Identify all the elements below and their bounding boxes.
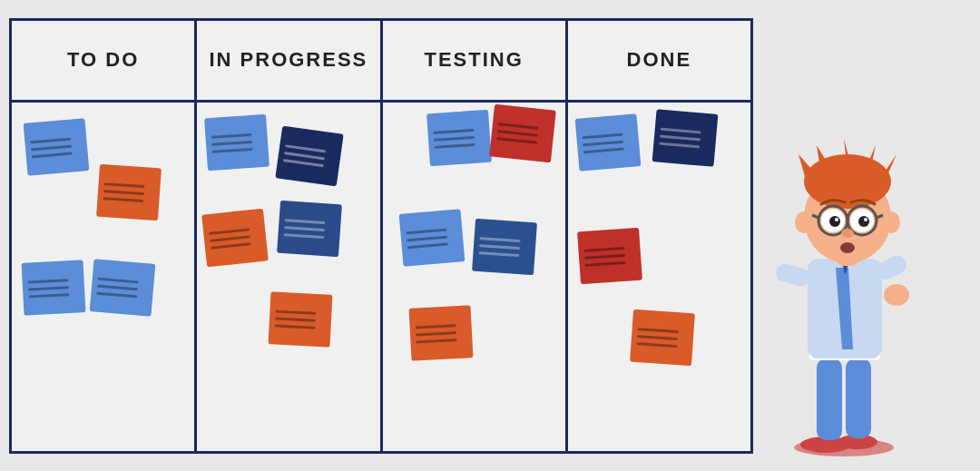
svg-point-32 <box>835 218 838 221</box>
note-line <box>433 135 474 141</box>
note-line <box>478 243 519 249</box>
note-line <box>103 189 144 194</box>
note-todo-3[interactable] <box>22 260 86 315</box>
note-done-3[interactable] <box>577 227 642 284</box>
note-line <box>416 338 456 342</box>
note-line <box>496 136 537 143</box>
note-line <box>30 137 71 143</box>
kanban-board: TO DO IN PROGRESS TESTING DONE <box>9 18 753 454</box>
note-todo-1[interactable] <box>24 118 90 176</box>
note-prog-4[interactable] <box>277 200 342 257</box>
note-line <box>284 225 325 231</box>
note-line <box>637 327 678 332</box>
note-line <box>434 142 475 148</box>
note-line <box>478 250 519 256</box>
note-line <box>28 285 69 289</box>
kanban-header: TO DO IN PROGRESS TESTING DONE <box>12 21 750 103</box>
svg-point-15 <box>795 211 813 233</box>
note-line <box>275 324 316 329</box>
note-line <box>97 284 138 290</box>
note-line <box>407 242 447 249</box>
note-done-2[interactable] <box>652 109 718 167</box>
character-svg <box>762 77 944 458</box>
note-prog-1[interactable] <box>204 113 270 171</box>
note-line <box>276 309 317 314</box>
note-test-5[interactable] <box>408 305 473 360</box>
note-line <box>415 330 456 335</box>
kanban-body <box>12 103 750 451</box>
note-line <box>96 291 137 298</box>
note-line <box>660 127 701 133</box>
note-line <box>31 144 72 151</box>
note-line <box>212 147 253 152</box>
note-line <box>211 132 252 138</box>
svg-point-12 <box>884 284 909 306</box>
col-todo <box>12 103 197 451</box>
svg-point-31 <box>858 216 869 227</box>
note-line <box>496 129 537 136</box>
note-todo-2[interactable] <box>96 163 162 221</box>
note-line <box>284 232 325 238</box>
note-test-4[interactable] <box>472 218 537 275</box>
note-todo-4[interactable] <box>90 259 156 317</box>
svg-point-34 <box>841 229 854 238</box>
note-line <box>28 292 69 297</box>
character-illustration <box>753 14 953 458</box>
note-line <box>584 260 625 266</box>
note-line <box>211 140 252 145</box>
col-header-inprogress: IN PROGRESS <box>197 21 382 100</box>
note-line <box>583 147 623 153</box>
note-line <box>659 142 700 148</box>
note-line <box>583 246 624 251</box>
col-done <box>568 103 750 451</box>
note-line <box>28 278 69 282</box>
note-line <box>98 277 139 283</box>
note-prog-5[interactable] <box>269 291 333 347</box>
svg-rect-4 <box>846 358 871 438</box>
note-test-2[interactable] <box>489 103 556 162</box>
note-test-1[interactable] <box>426 109 492 166</box>
note-line <box>285 143 326 152</box>
page-container: TO DO IN PROGRESS TESTING DONE <box>9 14 971 458</box>
col-header-testing: TESTING <box>383 21 568 100</box>
col-header-todo: TO DO <box>12 21 197 100</box>
svg-point-30 <box>829 216 840 227</box>
col-inprogress <box>197 103 382 451</box>
note-line <box>285 218 326 223</box>
note-line <box>433 128 474 133</box>
svg-rect-10 <box>774 261 812 288</box>
note-test-3[interactable] <box>398 209 465 267</box>
note-line <box>584 253 625 259</box>
note-line <box>660 134 701 141</box>
note-line <box>32 152 73 158</box>
note-line <box>637 334 678 339</box>
note-line <box>284 151 325 159</box>
note-line <box>582 132 622 139</box>
col-testing <box>383 103 568 451</box>
col-header-done: DONE <box>568 21 750 100</box>
svg-point-16 <box>882 211 900 233</box>
note-line <box>636 341 677 347</box>
note-done-4[interactable] <box>630 309 695 366</box>
svg-rect-3 <box>817 358 842 440</box>
note-line <box>406 228 446 234</box>
note-line <box>479 236 520 241</box>
note-line <box>209 227 250 234</box>
svg-point-33 <box>864 218 867 221</box>
note-line <box>283 158 324 166</box>
note-done-1[interactable] <box>574 113 641 172</box>
note-line <box>415 323 456 328</box>
note-line <box>104 182 145 187</box>
note-prog-2[interactable] <box>276 125 344 186</box>
note-line <box>103 196 143 201</box>
note-line <box>275 317 316 321</box>
note-line <box>210 234 250 241</box>
note-line <box>211 241 251 249</box>
note-line <box>583 140 623 146</box>
note-prog-3[interactable] <box>201 208 269 267</box>
note-line <box>406 235 446 241</box>
svg-point-35 <box>840 242 855 253</box>
note-line <box>497 122 538 129</box>
